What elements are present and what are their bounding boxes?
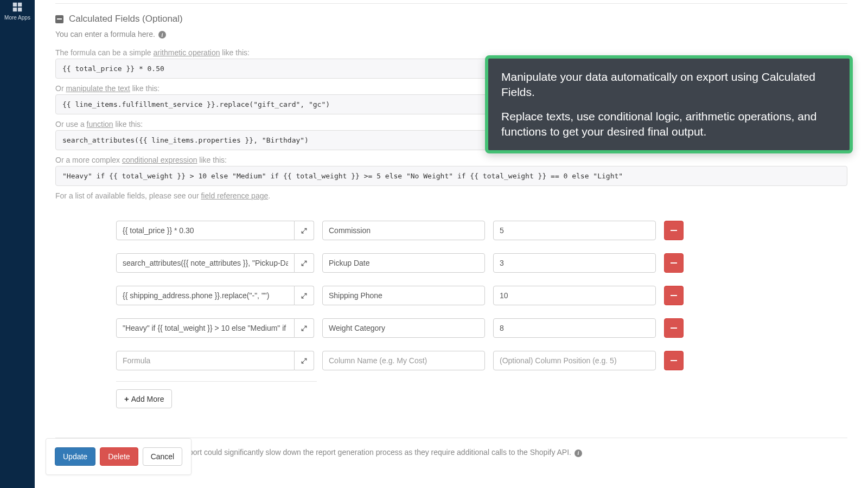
formula-input[interactable]	[116, 351, 295, 370]
plus-icon: +	[124, 394, 129, 403]
expand-button[interactable]	[295, 221, 314, 240]
add-more-button[interactable]: + Add More	[116, 389, 172, 408]
column-name-input[interactable]	[322, 351, 485, 370]
field-row	[116, 253, 707, 273]
section-title: Calculated Fields (Optional)	[69, 14, 183, 24]
svg-rect-3	[18, 8, 22, 11]
update-button[interactable]: Update	[55, 447, 95, 466]
collapse-icon[interactable]	[55, 15, 63, 23]
column-position-input[interactable]	[493, 221, 656, 240]
link-arithmetic[interactable]: arithmetic operation	[154, 48, 220, 57]
column-position-input[interactable]	[493, 253, 656, 273]
expand-icon	[301, 227, 308, 234]
link-function[interactable]: function	[87, 120, 113, 129]
expand-icon	[301, 325, 308, 332]
example-label-4: Or a more complex conditional expression…	[55, 156, 847, 164]
expand-icon	[301, 357, 308, 364]
reference-line: For a list of available fields, please s…	[55, 191, 847, 200]
cancel-button[interactable]: Cancel	[143, 447, 183, 466]
action-bar: Update Delete Cancel	[46, 438, 192, 475]
column-position-input[interactable]	[493, 351, 656, 370]
svg-rect-0	[13, 3, 17, 7]
tooltip-line-1: Manipulate your data automatically on ex…	[501, 69, 837, 100]
main-content: Calculated Fields (Optional) You can ent…	[35, 0, 868, 488]
remove-row-button[interactable]	[664, 351, 684, 370]
formula-input[interactable]	[116, 221, 295, 240]
example-code-4: "Heavy" if {{ total_weight }} > 10 else …	[55, 166, 847, 186]
info-icon[interactable]	[575, 450, 582, 457]
feature-tooltip: Manipulate your data automatically on ex…	[485, 55, 853, 153]
calculated-fields-list: + Add More	[116, 221, 707, 408]
expand-button[interactable]	[295, 253, 314, 273]
column-name-input[interactable]	[322, 221, 485, 240]
sidebar: More Apps	[0, 0, 35, 488]
expand-icon	[301, 292, 308, 299]
tooltip-line-2: Replace texts, use conditional logic, ar…	[501, 109, 837, 140]
section-hint: You can enter a formula here.	[55, 30, 847, 38]
formula-input[interactable]	[116, 286, 295, 305]
field-row	[116, 318, 707, 338]
delete-button[interactable]: Delete	[100, 447, 138, 466]
link-manipulate-text[interactable]: manipulate the text	[66, 84, 130, 93]
expand-button[interactable]	[295, 351, 314, 370]
column-position-input[interactable]	[493, 286, 656, 305]
formula-input[interactable]	[116, 318, 295, 338]
expand-icon	[301, 260, 308, 267]
grid-icon	[11, 1, 23, 13]
link-conditional[interactable]: conditional expression	[122, 156, 197, 164]
column-position-input[interactable]	[493, 318, 656, 338]
column-name-input[interactable]	[322, 253, 485, 273]
svg-rect-2	[13, 8, 17, 11]
remove-row-button[interactable]	[664, 318, 684, 338]
info-icon[interactable]	[158, 31, 166, 38]
sidebar-item-label: More Apps	[4, 15, 30, 21]
column-name-input[interactable]	[322, 286, 485, 305]
expand-button[interactable]	[295, 318, 314, 338]
field-row	[116, 286, 707, 305]
svg-rect-1	[18, 3, 22, 7]
sidebar-item-more-apps[interactable]: More Apps	[0, 0, 35, 25]
field-row	[116, 351, 707, 370]
remove-row-button[interactable]	[664, 221, 684, 240]
remove-row-button[interactable]	[664, 253, 684, 273]
section-header[interactable]: Calculated Fields (Optional)	[55, 14, 847, 24]
formula-input[interactable]	[116, 253, 295, 273]
remove-row-button[interactable]	[664, 286, 684, 305]
link-field-reference[interactable]: field reference page	[201, 191, 268, 200]
field-row	[116, 221, 707, 240]
expand-button[interactable]	[295, 286, 314, 305]
add-more-label: Add More	[131, 395, 164, 403]
column-name-input[interactable]	[322, 318, 485, 338]
